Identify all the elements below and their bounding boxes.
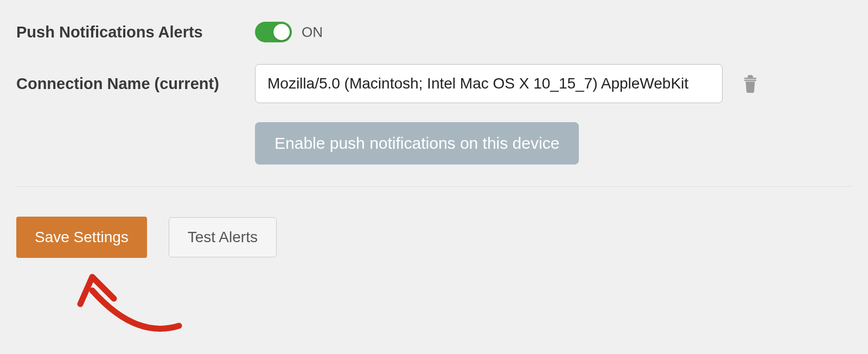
- save-settings-button[interactable]: Save Settings: [16, 217, 147, 258]
- delete-connection-button[interactable]: [739, 71, 762, 96]
- annotation-arrow: [71, 269, 195, 352]
- trash-icon: [742, 74, 758, 93]
- connection-name-input[interactable]: [255, 64, 723, 103]
- push-notifications-toggle[interactable]: [255, 22, 292, 42]
- connection-name-label: Connection Name (current): [16, 75, 255, 93]
- enable-push-button[interactable]: Enable push notifications on this device: [255, 122, 579, 165]
- test-alerts-button[interactable]: Test Alerts: [169, 217, 277, 257]
- enable-push-row: Enable push notifications on this device: [255, 122, 852, 165]
- push-notifications-label: Push Notifications Alerts: [16, 23, 255, 41]
- push-notifications-row: Push Notifications Alerts ON: [16, 22, 852, 42]
- section-divider: [16, 186, 852, 187]
- action-button-row: Save Settings Test Alerts: [16, 217, 852, 258]
- toggle-state-text: ON: [302, 24, 323, 41]
- toggle-knob: [273, 24, 290, 40]
- connection-input-wrap: [255, 64, 762, 103]
- connection-name-row: Connection Name (current): [16, 64, 852, 103]
- push-notifications-toggle-wrap: ON: [255, 22, 323, 42]
